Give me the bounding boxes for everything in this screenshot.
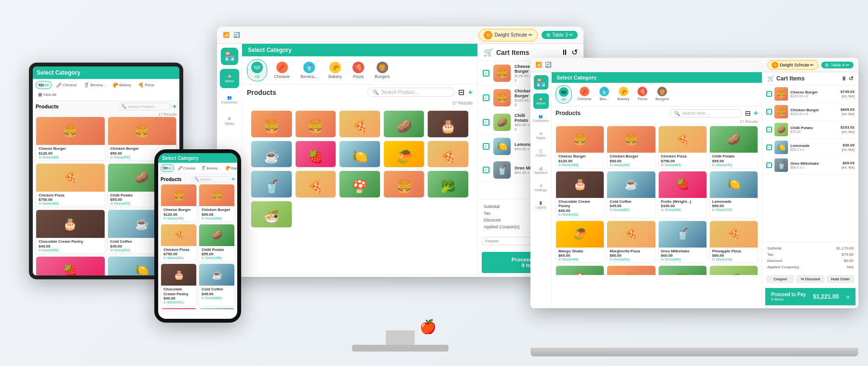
product-card[interactable]: 🍕 Margherita Pizza $80.00 In Stock(493) (427, 141, 469, 168)
tablet-search[interactable]: 🔍 Search Product... (118, 103, 171, 110)
laptop-sidebar-tables[interactable]: ⊞ Tables (533, 128, 549, 144)
cat-tab-bakery[interactable]: 🥐 Bakery (325, 60, 346, 81)
product-card[interactable]: 🍓 Fruits (Weight...) $100.00 In Stock(49… (161, 308, 197, 309)
phone-add-icon[interactable]: + (231, 176, 235, 183)
product-card[interactable]: 🍔 Cheese Burger $120.00 In Stock(489) (161, 184, 197, 222)
laptop-table-badge[interactable]: ⊞ Table 4 ✏ (821, 62, 854, 68)
product-card[interactable]: 🍔 Cheese Burger $120.00 In Stock(489) (36, 117, 105, 161)
product-card[interactable]: 🍕 Chicken Pizza $750.00 In Stock(484) (161, 224, 197, 262)
monitor-search-bar[interactable]: 🔍 Search Product... (367, 88, 454, 97)
refresh-icon[interactable]: 🔄 (233, 32, 240, 38)
laptop-discount-btn[interactable]: % Discount (796, 275, 824, 283)
product-card[interactable]: 🍕 Pineapple Pizza $80.00 In Stock(498) (295, 170, 337, 198)
laptop-cart-check-1[interactable]: ✓ (766, 91, 772, 97)
laptop-hold-btn[interactable]: Hold Order (827, 275, 854, 283)
laptop-cart-check-3[interactable]: ✓ (766, 127, 772, 132)
cart-check-5[interactable]: ✓ (483, 167, 489, 173)
phone-cat-chinese[interactable]: 🥢 Chinese (176, 164, 198, 172)
sidebar-home[interactable]: 🏠 Home (220, 69, 239, 88)
product-card[interactable]: 🍄 Stuffed Mushroom... $70.00 In Stock(38… (556, 265, 604, 275)
laptop-cat-bakery[interactable]: 🥐 Bakery (614, 85, 632, 104)
product-card[interactable]: 🥦 Veg Manchurian $25.00 - $45.00 In Stoc… (427, 170, 469, 198)
laptop-proceed-btn[interactable]: Proceed to Pay 9 items $1,221.00 » (765, 288, 855, 305)
product-card[interactable]: ☕ Cold Coffee $45.00 In Stock(482) (199, 263, 235, 306)
product-card[interactable]: 🍄 Stuffed Mushroom... $70.00 In Stock(38… (339, 170, 380, 198)
product-card[interactable]: 🍋 Lemonade $50.00 In Stock(500) (199, 308, 235, 309)
table-badge[interactable]: ⊞ Table 3 ✏ (542, 31, 578, 39)
laptop-cat-burgers[interactable]: 🍔 Burgers (652, 85, 672, 104)
product-card[interactable]: 🍔 Veg Burger $80.00 In Stock(495) (607, 265, 655, 275)
cart-check-4[interactable]: ✓ (483, 143, 489, 150)
product-card[interactable]: 🎂 Chocolate Cream Pastry $40.00 In Stock… (36, 209, 105, 254)
phone-cat-bakery[interactable]: 🥐 Bakery (223, 164, 237, 172)
laptop-user-badge[interactable]: D Dwight Schrute ✏ (767, 60, 819, 70)
product-card[interactable]: 🍋 Lemonade $50.00 In Stock(500) (339, 141, 380, 168)
cart-check-1[interactable]: ✓ (483, 70, 489, 77)
add-icon[interactable]: + (468, 88, 473, 97)
product-card[interactable]: ☕ Cold Coffee $45.00 In Stock(482) (607, 171, 655, 218)
product-card[interactable]: ☕ Cold Coffee $45.00 In Stock(482) (251, 141, 292, 168)
product-card[interactable]: 🥔 Chilli Potato $55.00 In Stock(485) (383, 110, 425, 138)
phone-search[interactable]: 🔍 Search... (191, 176, 230, 183)
laptop-cat-all[interactable]: 🍽 All (556, 85, 572, 104)
product-card[interactable]: 🥭 Mango Shake $60.00 In Stock(496) (556, 221, 604, 263)
laptop-barcode-icon[interactable]: ⊟ (745, 109, 751, 117)
phone-cat-bev[interactable]: 🥤 Bevera... (199, 164, 222, 172)
product-card[interactable]: 🥔 Chilli Potato $55.00 In Stock(485) (199, 224, 235, 262)
cat-tab-pizza[interactable]: 🍕 Pizza (349, 60, 368, 81)
laptop-sidebar-logout[interactable]: 🚪 Logout (533, 197, 549, 213)
laptop-cart-check-4[interactable]: ✓ (766, 144, 772, 150)
product-card[interactable]: 🥦 Veg Manchurian $25.00 - $45.00 In Stoc… (658, 265, 707, 275)
product-card[interactable]: 🍔 Chicken Burger $50.00 In Stock(490) (199, 184, 235, 222)
laptop-cat-pizza[interactable]: 🍕 Pizza (635, 85, 650, 104)
product-card[interactable]: 🍕 Chicken Pizza $750.00 In Stock(484) (339, 110, 380, 138)
laptop-cart-check-5[interactable]: ✓ (766, 162, 772, 168)
laptop-cart-reset[interactable]: ↺ (849, 75, 854, 82)
laptop-refresh[interactable]: 🔄 (545, 62, 552, 68)
tablet-cat-all[interactable]: 🍽 All (36, 81, 52, 89)
product-card[interactable]: 🍋 Lemonade $50.00 In Stock(500) (709, 171, 758, 218)
laptop-sidebar-settings[interactable]: ⚙ Settings (533, 180, 549, 196)
laptop-sidebar-stats[interactable]: 📊 Statistics (533, 163, 549, 178)
product-card[interactable]: 🍔 Cheese Burger $120.00 In Stock(489) (251, 110, 292, 138)
product-card[interactable]: 🥔 Chilli Potato $55.00 In Stock(485) (709, 126, 758, 169)
cat-tab-all[interactable]: 🍽 All (247, 59, 267, 81)
product-card[interactable]: 🥤 Oreo Milkshake $60.00 In Stock(480) (658, 221, 707, 263)
tablet-cat-bev[interactable]: 🥤 Bevera... (81, 81, 108, 89)
pause-icon[interactable]: ⏸ (561, 48, 569, 57)
laptop-add-icon[interactable]: + (754, 109, 758, 118)
reset-icon[interactable]: ↺ (571, 48, 578, 57)
sidebar-customers[interactable]: 👥 Customers (220, 90, 239, 109)
laptop-search-bar[interactable]: 🔍 Search Item... (670, 109, 742, 118)
cat-tab-burgers[interactable]: 🍔 Burgers (371, 60, 394, 81)
product-card[interactable]: 🍔 Veg Burger $80.00 In Stock(495) (383, 170, 425, 198)
tablet-cat-bakery[interactable]: 🥐 Bakery (110, 81, 134, 89)
cart-check-2[interactable]: ✓ (483, 94, 489, 101)
user-badge[interactable]: D Dwight Schrute ✏ (478, 29, 538, 41)
product-card[interactable]: 🍕 Margherita Pizza $80.00 In Stock(493) (607, 221, 655, 263)
product-card[interactable]: 🎂 Chocolate Cream Pastry $40.00 In Stock… (427, 110, 469, 138)
laptop-cart-check-2[interactable]: ✓ (766, 109, 772, 115)
product-card[interactable]: 🍕 Chicken Pizza $750.00 In Stock(484) (36, 163, 105, 208)
product-card[interactable]: 🍔 Cheese Burger $120.00 In Stock(489) (556, 126, 604, 169)
phone-cat-all[interactable]: 🍽 All (161, 164, 174, 172)
tablet-cat-pizza[interactable]: 🍕 Pizza (136, 81, 157, 89)
laptop-sidebar-home[interactable]: 🏠 Home (533, 93, 549, 109)
cart-check-3[interactable]: ✓ (483, 119, 489, 126)
laptop-coupon-btn[interactable]: Coupon (766, 275, 794, 283)
product-card[interactable]: 🍜 Veg Noodles $30.00 In Stock (709, 265, 758, 275)
product-card[interactable]: 🥭 Mango Shake $60.00 In Stock(496) (383, 141, 425, 168)
laptop-cat-chinese[interactable]: 🥢 Chinese (574, 85, 594, 104)
product-card[interactable]: 🍕 Pineapple Pizza $80.00 In Stock(498) (709, 221, 758, 263)
cat-tab-chinese[interactable]: 🥢 Chinese (270, 60, 294, 81)
product-card[interactable]: 🍔 Chicken Burger $50.00 In Stock(490) (295, 110, 337, 138)
product-card[interactable]: 🍓 Fruits (Weight...) $100.00 In Stock(49… (295, 141, 337, 168)
tablet-add-icon[interactable]: + (173, 103, 176, 110)
tablet-cat-chinese[interactable]: 🥢 Chinese (54, 81, 79, 89)
laptop-cat-bev[interactable]: 🥤 Bev... (597, 85, 612, 104)
laptop-cart-pause[interactable]: ⏸ (841, 75, 847, 82)
tablet-cat-viewall[interactable]: ⊞ View All (36, 91, 59, 98)
laptop-sidebar-customers[interactable]: 👥 Customers (533, 111, 549, 126)
sidebar-tables[interactable]: ⊞ Tables (220, 111, 239, 131)
barcode-icon[interactable]: ⊟ (458, 88, 464, 97)
